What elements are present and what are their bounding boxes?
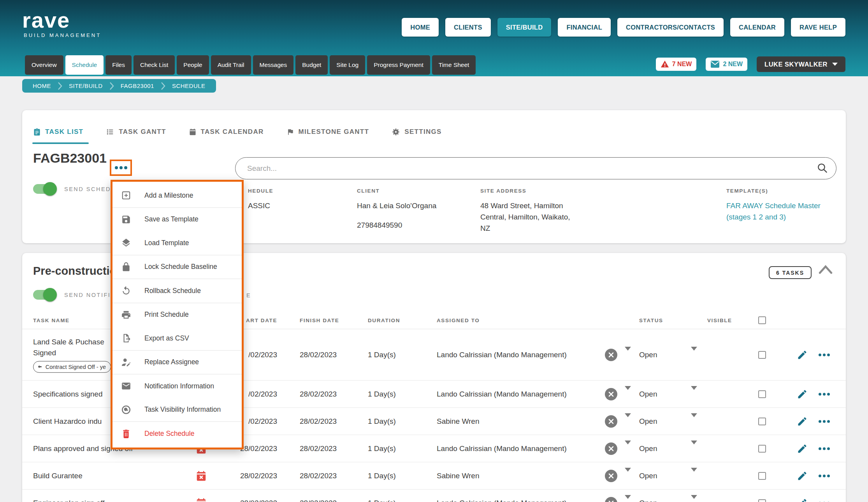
row-menu-button[interactable]: [819, 353, 830, 356]
send-notification-toggle[interactable]: [33, 290, 56, 300]
header-assigned-to: ASSIGNED TO: [437, 318, 480, 323]
status-dropdown-caret[interactable]: [691, 472, 697, 480]
edit-pencil-icon[interactable]: [797, 443, 808, 455]
nav-clients-button[interactable]: CLIENTS: [445, 18, 491, 37]
tab-check-list[interactable]: Check List: [134, 55, 175, 75]
tab-files[interactable]: Files: [105, 55, 132, 75]
tab-time-sheet[interactable]: Time Sheet: [432, 55, 476, 75]
tab-task-list[interactable]: TASK LIST: [33, 128, 83, 136]
tab-task-calendar[interactable]: TASK CALENDAR: [189, 128, 264, 136]
tab-messages[interactable]: Messages: [253, 55, 294, 75]
task-count-button[interactable]: 6 TASKS: [769, 266, 812, 279]
edit-pencil-icon[interactable]: [797, 349, 808, 361]
edit-pencil-icon[interactable]: [797, 497, 808, 502]
visible-cell: [758, 445, 766, 453]
tab-overview[interactable]: Overview: [25, 55, 63, 75]
status-dropdown-caret[interactable]: [691, 417, 697, 426]
visible-checkbox[interactable]: [758, 445, 766, 453]
status-value[interactable]: Open: [639, 417, 657, 426]
tab-settings-label: SETTINGS: [404, 128, 441, 136]
row-menu-button[interactable]: [819, 393, 830, 395]
edit-pencil-icon[interactable]: [797, 388, 808, 400]
status-dropdown-caret[interactable]: [691, 351, 697, 359]
messages-badge[interactable]: 2 NEW: [706, 58, 747, 71]
menu-add-milestone[interactable]: Add a Milestone: [112, 184, 242, 207]
breadcrumb-project[interactable]: FAGB23001: [114, 82, 161, 89]
row-menu-button[interactable]: [819, 420, 830, 423]
status-value[interactable]: Open: [639, 390, 657, 398]
tab-site-log[interactable]: Site Log: [330, 55, 365, 75]
menu-rollback-schedule[interactable]: Rollback Schedule: [112, 279, 242, 303]
assignee-dropdown-caret[interactable]: [625, 472, 631, 480]
search-input[interactable]: [235, 158, 836, 179]
breadcrumb-site-build[interactable]: SITE/BUILD: [62, 82, 109, 89]
rave-logo: rave BUILD MANAGEMENT: [22, 9, 101, 38]
visible-checkbox[interactable]: [758, 390, 766, 398]
assignee-dropdown-caret[interactable]: [625, 444, 631, 453]
schedule-options-button[interactable]: [110, 160, 132, 176]
header-select-all-checkbox[interactable]: [758, 316, 766, 324]
visible-checkbox[interactable]: [758, 499, 766, 502]
template-link[interactable]: FAR AWAY Schedule Master (stages 1 2 and…: [726, 200, 821, 223]
tab-settings[interactable]: SETTINGS: [392, 128, 441, 136]
menu-load-template[interactable]: Load Template: [112, 231, 242, 255]
tab-schedule[interactable]: Schedule: [65, 55, 104, 75]
clear-assignee-button[interactable]: [605, 442, 617, 455]
layers-icon: [121, 238, 131, 248]
breadcrumb-schedule[interactable]: SCHEDULE: [165, 82, 212, 89]
status-value[interactable]: Open: [639, 444, 657, 453]
collapse-chevron-up-icon[interactable]: [818, 265, 833, 275]
edit-pencil-icon[interactable]: [797, 416, 808, 427]
status-value[interactable]: Open: [639, 472, 657, 480]
tab-budget[interactable]: Budget: [295, 55, 328, 75]
tab-people[interactable]: People: [177, 55, 209, 75]
assignee-dropdown-caret[interactable]: [625, 351, 631, 359]
nav-calendar-button[interactable]: CALENDAR: [730, 18, 784, 37]
status-dropdown-caret[interactable]: [691, 444, 697, 453]
clear-assignee-button[interactable]: [605, 497, 617, 502]
menu-save-as-template[interactable]: Save as Template: [112, 208, 242, 232]
nav-financial-button[interactable]: FINANCIAL: [558, 18, 611, 37]
tab-task-gantt[interactable]: TASK GANTT: [106, 128, 166, 136]
status-value[interactable]: Open: [639, 351, 657, 359]
assigned-to: Sabine Wren: [437, 472, 480, 480]
visible-checkbox[interactable]: [758, 418, 766, 425]
breadcrumb-home[interactable]: HOME: [26, 82, 58, 89]
nav-contractors-contacts-button[interactable]: CONTRACTORS/CONTACTS: [617, 18, 724, 37]
menu-lock-schedule-baseline[interactable]: Lock Schedule Baseline: [112, 255, 242, 279]
assignee-dropdown-caret[interactable]: [625, 499, 631, 502]
send-schedule-toggle[interactable]: [33, 184, 56, 194]
clear-assignee-button[interactable]: [605, 470, 617, 482]
status-dropdown-caret[interactable]: [691, 390, 697, 398]
visible-checkbox[interactable]: [758, 351, 766, 359]
alerts-badge[interactable]: 7 NEW: [656, 58, 697, 71]
edit-pencil-icon[interactable]: [797, 470, 808, 482]
clear-assignee-button[interactable]: [605, 388, 617, 400]
menu-replace-assignee[interactable]: Replace Assignee: [112, 351, 242, 374]
nav-site-build-button[interactable]: SITE/BUILD: [497, 18, 552, 37]
close-icon: [608, 446, 614, 451]
menu-print-schedule[interactable]: Print Schedule: [112, 303, 242, 327]
user-menu-button[interactable]: LUKE SKYWALKER: [757, 56, 845, 72]
assignee-dropdown-caret[interactable]: [625, 390, 631, 398]
row-menu-button[interactable]: [819, 474, 830, 477]
tab-milestone-gantt[interactable]: MILESTONE GANTT: [286, 128, 369, 136]
assignee-dropdown-caret[interactable]: [625, 417, 631, 426]
tab-progress-payment[interactable]: Progress Payment: [367, 55, 430, 75]
status-value[interactable]: Open: [639, 499, 657, 502]
nav-home-button[interactable]: HOME: [402, 18, 439, 37]
clear-assignee-button[interactable]: [605, 415, 617, 428]
status-dropdown-caret[interactable]: [691, 499, 697, 502]
tab-audit-trail[interactable]: Audit Trail: [211, 55, 251, 75]
clear-assignee-button[interactable]: [605, 349, 617, 361]
menu-notification-information[interactable]: Notification Information: [112, 374, 242, 398]
menu-delete-schedule[interactable]: Delete Schedule: [112, 422, 242, 446]
close-icon: [608, 391, 614, 397]
row-menu-button[interactable]: [819, 447, 830, 450]
menu-export-as-csv[interactable]: Export as CSV: [112, 326, 242, 350]
nav-rave-help-button[interactable]: RAVE HELP: [791, 18, 845, 37]
undo-icon: [121, 286, 131, 296]
visible-checkbox[interactable]: [758, 472, 766, 480]
schedule-info-column: HEDULE ASSIC: [248, 188, 273, 211]
menu-task-visibility-information[interactable]: Task Visibility Information: [112, 398, 242, 422]
